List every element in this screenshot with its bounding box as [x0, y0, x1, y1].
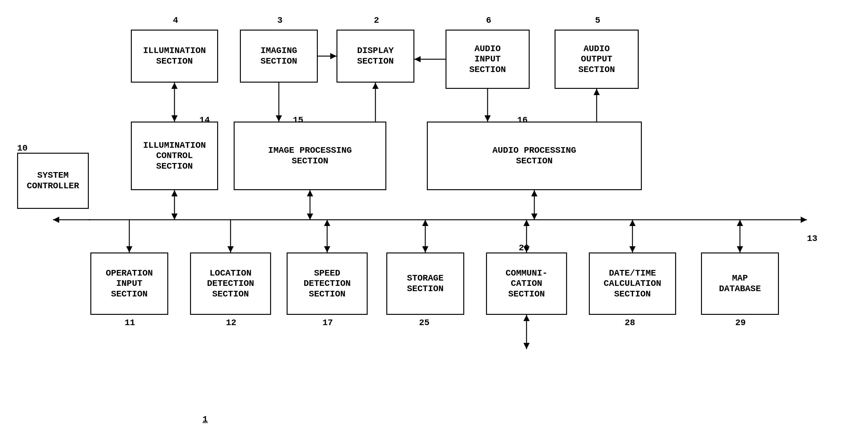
operation-input-number: 11: [125, 318, 135, 328]
audio-output-label: AUDIO OUTPUT SECTION: [578, 43, 615, 75]
illumination-section-number: 4: [173, 16, 178, 25]
svg-marker-12: [276, 115, 282, 122]
communication-box: COMMUNI- CATION SECTION: [486, 253, 567, 315]
display-section-box: DISPLAY SECTION: [337, 30, 414, 83]
audio-processing-label: AUDIO PROCESSING SECTION: [493, 145, 577, 166]
operation-input-box: OPERATION INPUT SECTION: [90, 253, 168, 315]
illumination-control-label: ILLUMINATION CONTROL SECTION: [143, 140, 206, 172]
speed-detection-box: SPEED DETECTION SECTION: [287, 253, 368, 315]
audio-processing-number: 16: [517, 115, 528, 125]
image-processing-label: IMAGE PROCESSING SECTION: [268, 145, 352, 166]
svg-marker-42: [629, 246, 636, 253]
audio-processing-box: AUDIO PROCESSING SECTION: [427, 122, 642, 190]
display-section-number: 2: [374, 16, 379, 25]
datetime-box: DATE/TIME CALCULATION SECTION: [589, 253, 676, 315]
location-detection-box: LOCATION DETECTION SECTION: [190, 253, 271, 315]
svg-marker-7: [172, 115, 178, 122]
svg-marker-9: [172, 213, 178, 220]
storage-section-label: STORAGE SECTION: [407, 273, 444, 294]
figure-number: 1: [203, 415, 208, 424]
svg-marker-39: [523, 343, 530, 349]
audio-input-label: AUDIO INPUT SECTION: [469, 43, 506, 75]
map-database-box: MAP DATABASE: [701, 253, 779, 315]
svg-marker-6: [172, 83, 178, 89]
imaging-section-number: 3: [277, 16, 283, 25]
map-database-label: MAP DATABASE: [719, 273, 761, 294]
speed-detection-number: 17: [322, 318, 333, 328]
illumination-section-box: ILLUMINATION SECTION: [131, 30, 218, 83]
illumination-control-box: ILLUMINATION CONTROL SECTION: [131, 122, 218, 190]
speed-detection-label: SPEED DETECTION SECTION: [304, 268, 350, 299]
system-controller-number: 10: [17, 143, 28, 153]
svg-marker-30: [324, 246, 330, 253]
svg-marker-26: [126, 246, 132, 253]
svg-marker-21: [593, 89, 600, 95]
svg-marker-14: [307, 213, 313, 220]
svg-marker-34: [422, 220, 428, 226]
display-section-label: DISPLAY SECTION: [357, 46, 394, 66]
image-processing-box: IMAGE PROCESSING SECTION: [234, 122, 386, 190]
location-detection-label: LOCATION DETECTION SECTION: [207, 268, 254, 299]
svg-marker-31: [324, 220, 330, 226]
bus-number: 13: [807, 234, 817, 243]
svg-marker-43: [629, 220, 636, 226]
svg-marker-1: [801, 217, 807, 223]
svg-marker-19: [485, 115, 491, 122]
diagram: SYSTEM CONTROLLER 10 ILLUMINATION SECTIO…: [0, 0, 868, 442]
image-processing-number: 15: [293, 115, 304, 125]
svg-marker-10: [172, 190, 178, 196]
illumination-section-label: ILLUMINATION SECTION: [143, 46, 206, 66]
communication-number: 26: [519, 243, 529, 253]
communication-label: COMMUNI- CATION SECTION: [506, 268, 548, 299]
connection-arrows: [0, 0, 868, 442]
svg-marker-28: [227, 246, 234, 253]
audio-input-number: 6: [486, 16, 491, 25]
location-detection-number: 12: [226, 318, 237, 328]
storage-section-number: 25: [419, 318, 430, 328]
svg-marker-40: [523, 315, 530, 321]
svg-marker-4: [53, 217, 59, 223]
svg-marker-24: [531, 190, 537, 196]
svg-marker-46: [737, 220, 743, 226]
operation-input-label: OPERATION INPUT SECTION: [105, 268, 153, 299]
audio-output-number: 5: [595, 16, 600, 25]
audio-output-box: AUDIO OUTPUT SECTION: [555, 30, 639, 89]
storage-section-box: STORAGE SECTION: [386, 253, 464, 315]
svg-marker-33: [422, 246, 428, 253]
system-controller-box: SYSTEM CONTROLLER: [17, 153, 89, 209]
svg-marker-17: [372, 83, 378, 89]
svg-marker-45: [737, 246, 743, 253]
imaging-section-box: IMAGING SECTION: [240, 30, 318, 83]
svg-marker-50: [414, 56, 421, 62]
imaging-section-label: IMAGING SECTION: [260, 46, 297, 66]
audio-input-box: AUDIO INPUT SECTION: [445, 30, 530, 89]
svg-marker-48: [330, 53, 337, 59]
datetime-number: 28: [625, 318, 635, 328]
svg-marker-15: [307, 190, 313, 196]
svg-marker-37: [523, 220, 530, 226]
illumination-control-number: 14: [199, 115, 210, 125]
system-controller-label: SYSTEM CONTROLLER: [27, 170, 79, 191]
datetime-label: DATE/TIME CALCULATION SECTION: [604, 268, 661, 299]
svg-marker-23: [531, 213, 537, 220]
map-database-number: 29: [735, 318, 746, 328]
